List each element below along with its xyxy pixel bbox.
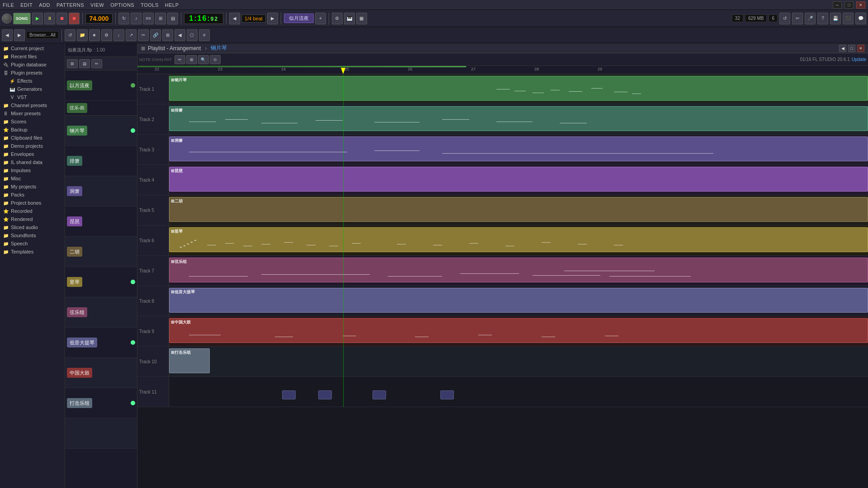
track-content-11[interactable]: [169, 377, 868, 407]
browser-all-display[interactable]: Browser... All: [26, 31, 59, 39]
metronome-btn[interactable]: ♪: [131, 13, 142, 24]
export-btn[interactable]: ⬛: [843, 13, 854, 24]
pl-toggle-btn[interactable]: ◀: [839, 45, 846, 52]
save-btn[interactable]: 💾: [830, 13, 841, 24]
pattern-block-7-main[interactable]: ⊞弦乐组: [169, 258, 868, 282]
pattern-block-6-main[interactable]: ⊞竖琴: [169, 227, 868, 252]
minimize-btn[interactable]: ─: [833, 1, 842, 9]
loop-btn[interactable]: ↻: [118, 13, 129, 24]
track-name-btn-9[interactable]: 低音大提琴: [67, 338, 97, 347]
nav-back-btn[interactable]: ◀: [2, 29, 13, 41]
scissors-btn[interactable]: ✂: [138, 29, 149, 41]
menu-add[interactable]: ADD: [39, 2, 50, 8]
mixer-btn[interactable]: ⚙: [332, 13, 343, 24]
play-btn[interactable]: ▶: [32, 13, 43, 24]
browser-item-envelopes[interactable]: 📁 Envelopes: [0, 150, 65, 158]
plug-btn[interactable]: ↗: [126, 29, 137, 41]
pattern-block-4-main[interactable]: ⊞琵琶: [169, 167, 868, 192]
browser-item-project-bones[interactable]: 📁 Project bones: [0, 199, 65, 207]
track-pencil-btn[interactable]: ✏: [91, 59, 102, 68]
bpm-display[interactable]: 74.000: [85, 14, 113, 23]
link-btn[interactable]: ✂: [792, 13, 803, 24]
pattern-block-3-main[interactable]: ⊞洞箫: [169, 136, 868, 161]
menu-tools[interactable]: TOOLS: [141, 2, 159, 8]
browser-item-generators[interactable]: 🎹 Generators: [0, 85, 65, 93]
chain-btn[interactable]: 🔗: [150, 29, 161, 41]
playlist-breadcrumb[interactable]: 钢片琴: [211, 44, 227, 52]
track-content-6[interactable]: ⊞竖琴: [169, 225, 868, 255]
glue-btn[interactable]: ⊞: [162, 29, 173, 41]
maximize-btn[interactable]: □: [844, 1, 854, 9]
track-name-btn-8[interactable]: 弦乐组: [67, 307, 87, 317]
mix-btn[interactable]: ⊞: [155, 13, 166, 24]
track-name-btn-10[interactable]: 中国大鼓: [67, 368, 92, 378]
browser-item-clipboard-files[interactable]: 📁 Clipboard files: [0, 134, 65, 142]
zoom-out-btn[interactable]: ≡: [199, 29, 210, 41]
pattern-block-10-main[interactable]: ⊞打击乐组: [169, 348, 210, 373]
menu-help[interactable]: HELP: [165, 2, 179, 8]
track-content-4[interactable]: ⊞琵琶: [169, 165, 868, 195]
pattern-block-2-main[interactable]: ⊞排箫: [169, 106, 868, 131]
menu-file[interactable]: FILE: [3, 2, 14, 8]
stop-btn[interactable]: ⏹: [57, 13, 67, 24]
pl-close-btn[interactable]: ✕: [857, 45, 864, 52]
menu-view[interactable]: VIEW: [90, 2, 104, 8]
pattern-block-11a[interactable]: [282, 390, 296, 399]
step-seq-btn[interactable]: ▦: [356, 13, 367, 24]
track-name-btn-6[interactable]: 二胡: [67, 247, 82, 257]
pl-select-btn[interactable]: ⊞: [186, 55, 197, 64]
browser-item-plugin-database[interactable]: 🔌 Plugin database: [0, 61, 65, 69]
browser-item-demo-projects[interactable]: 📁 Demo projects: [0, 142, 65, 150]
browser-item-my-projects[interactable]: 📁 My projects: [0, 183, 65, 191]
track-name-btn-1b[interactable]: 弦乐-前: [67, 103, 87, 113]
track-content-9[interactable]: ⊞中国大鼓: [169, 316, 868, 346]
browser-item-sliced-audio[interactable]: 📁 Sliced audio: [0, 223, 65, 231]
record-btn[interactable]: ⏺: [69, 13, 80, 24]
browser-item-misc[interactable]: 📁 Misc: [0, 174, 65, 183]
pattern-block-5-main[interactable]: ⊞二胡: [169, 197, 868, 222]
refresh-btn[interactable]: ↺: [65, 29, 75, 41]
star-btn[interactable]: ★: [89, 29, 100, 41]
pattern-block-11d[interactable]: [440, 390, 454, 399]
browser-item-packs[interactable]: 📁 Packs: [0, 191, 65, 199]
pattern-block-11b[interactable]: [318, 390, 332, 399]
browser-item-plugin-presets[interactable]: 🎛 Plugin presets: [0, 69, 65, 77]
fl-update-btn[interactable]: Update: [852, 57, 866, 62]
browser-item-recent-files[interactable]: 📁 Recent files: [0, 52, 65, 61]
beat-display[interactable]: 1/4 beat: [241, 14, 266, 23]
browser-item-vst[interactable]: V VST: [0, 93, 65, 101]
nav-fwd-btn[interactable]: ▶: [14, 29, 25, 41]
track-content-7[interactable]: ⊞弦乐组: [169, 256, 868, 286]
track-name-btn-7[interactable]: 竖琴: [67, 277, 82, 287]
track-settings-btn[interactable]: ▤: [79, 59, 90, 68]
pl-expand-btn[interactable]: □: [848, 45, 855, 52]
add-project-btn[interactable]: +: [315, 13, 326, 24]
browser-item-effects[interactable]: ⚡ Effects: [0, 77, 65, 85]
step-btn[interactable]: ≡≡: [143, 13, 154, 24]
settings-btn[interactable]: ⚙: [101, 29, 112, 41]
pattern-block-1-main[interactable]: ⊞钢片琴: [169, 76, 868, 101]
pattern-block-11c[interactable]: [373, 390, 386, 399]
browser-item-rendered[interactable]: ⭐ Rendered: [0, 215, 65, 223]
track-content-2[interactable]: ⊞排箫: [169, 104, 868, 134]
menu-patterns[interactable]: PATTERNS: [57, 2, 84, 8]
track-content-1[interactable]: ⊞钢片琴: [169, 74, 868, 104]
beat-mode-next-btn[interactable]: ▶: [267, 13, 278, 24]
pattern-block-9-main[interactable]: ⊞中国大鼓: [169, 318, 868, 343]
track-name-btn-3[interactable]: 排箫: [67, 156, 82, 166]
track-content-10[interactable]: ⊞打击乐组: [169, 347, 868, 376]
browser-item-current-project[interactable]: 📁 Current project: [0, 44, 65, 52]
track-content-3[interactable]: ⊞洞箫: [169, 135, 868, 164]
pattern-block-8-main[interactable]: ⊞低音大提琴: [169, 288, 868, 313]
tool1-btn[interactable]: ◀: [175, 29, 185, 41]
arrow-down-btn[interactable]: ↓: [113, 29, 124, 41]
pl-zoom-btn[interactable]: 🔍: [198, 55, 209, 64]
track-content-8[interactable]: ⊞低音大提琴: [169, 286, 868, 316]
add-folder-btn[interactable]: 📁: [77, 29, 88, 41]
menu-options[interactable]: OPTIONS: [110, 2, 134, 8]
zoom-in-btn[interactable]: ⬡: [187, 29, 198, 41]
track-content-5[interactable]: ⊞二胡: [169, 195, 868, 225]
track-name-btn-1[interactable]: 以月流夜: [67, 80, 92, 90]
browser-item-channel-presets[interactable]: 📁 Channel presets: [0, 101, 65, 109]
track-name-btn-5[interactable]: 琵琶: [67, 216, 82, 226]
